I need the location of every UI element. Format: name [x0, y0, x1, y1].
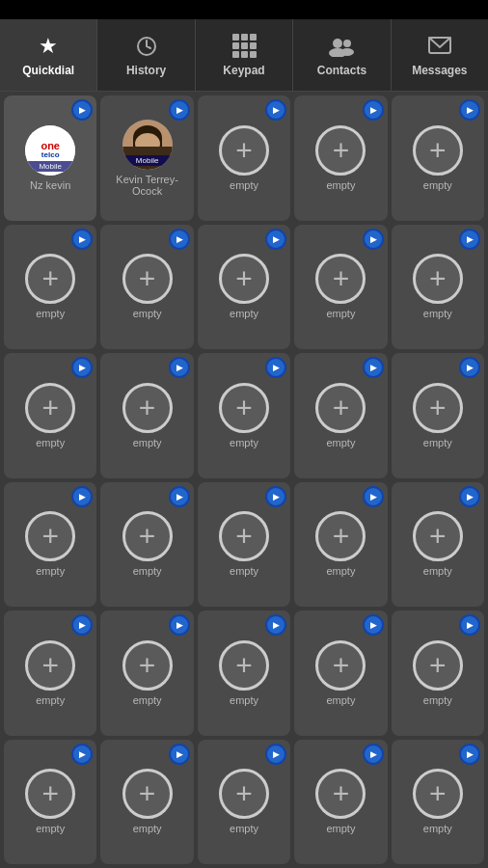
quickdial-cell-empty-1-5[interactable]: empty [392, 95, 484, 221]
keypad-icon [231, 34, 257, 59]
label-4-2: empty [133, 565, 162, 577]
label-5-2: empty [133, 694, 162, 706]
quickdial-cell-empty-5-4[interactable]: empty [294, 610, 387, 736]
star-icon: ★ [36, 34, 61, 59]
label-3-1: empty [36, 437, 65, 448]
tab-keypad-label: Keypad [223, 64, 264, 77]
tab-contacts[interactable]: Contacts [293, 19, 391, 91]
grid-row-3: empty empty empty empty empty [4, 353, 484, 478]
quickdial-cell-empty-1-3[interactable]: empty [198, 95, 290, 221]
quickdial-cell-empty-6-3[interactable]: empty [198, 740, 290, 865]
grid-row-6: empty empty empty empty empty [4, 740, 484, 865]
arrow-2-3 [265, 229, 286, 250]
quickdial-cell-empty-2-1[interactable]: empty [4, 225, 96, 350]
quickdial-cell-empty-5-3[interactable]: empty [198, 610, 290, 736]
label-4-5: empty [423, 565, 452, 577]
quickdial-cell-empty-3-3[interactable]: empty [198, 353, 290, 478]
arrow-3-2 [169, 357, 190, 378]
quickdial-cell-empty-3-1[interactable]: empty [4, 353, 96, 478]
quickdial-cell-empty-5-1[interactable]: empty [4, 610, 96, 736]
quickdial-cell-nz-kevin[interactable]: one telco Mobile Nz kevin [4, 95, 96, 221]
arrow-4-1 [71, 486, 93, 507]
label-6-2: empty [133, 823, 162, 834]
quickdial-cell-empty-2-5[interactable]: empty [392, 225, 484, 350]
quickdial-cell-empty-4-5[interactable]: empty [392, 482, 484, 608]
tab-history-label: History [126, 64, 166, 77]
label-2-3: empty [230, 308, 258, 319]
add-5-4 [315, 640, 366, 691]
quickdial-cell-empty-5-5[interactable]: empty [392, 610, 484, 736]
arrow-6-1 [71, 744, 93, 765]
add-contact-button-1-5 [413, 125, 463, 176]
tab-messages-label: Messages [412, 64, 467, 77]
grid-row-1: one telco Mobile Nz kevin Mobile [4, 95, 484, 221]
arrow-5-1 [71, 614, 93, 636]
quickdial-cell-empty-4-1[interactable]: empty [4, 482, 96, 608]
label-4-1: empty [36, 565, 65, 577]
history-icon [134, 34, 159, 59]
arrow-5-5 [459, 614, 480, 636]
tab-contacts-label: Contacts [317, 64, 366, 77]
quickdial-cell-empty-6-5[interactable]: empty [392, 740, 484, 865]
quickdial-cell-empty-6-2[interactable]: empty [100, 740, 193, 865]
label-2-5: empty [423, 308, 452, 319]
quickdial-cell-kevin-terrey[interactable]: Mobile Kevin Terrey-Ocock [100, 95, 193, 221]
add-contact-button-1-4 [315, 125, 366, 176]
grid-row-5: empty empty empty empty empty [4, 610, 484, 736]
arrow-5-2 [169, 614, 190, 636]
arrow-1-3 [265, 99, 286, 121]
nz-kevin-label: Nz kevin [30, 179, 70, 191]
label-3-2: empty [133, 437, 162, 448]
quickdial-cell-empty-2-4[interactable]: empty [294, 225, 387, 350]
add-5-3 [219, 640, 269, 691]
quickdial-cell-empty-5-2[interactable]: empty [100, 610, 193, 736]
quickdial-cell-empty-1-4[interactable]: empty [294, 95, 387, 221]
add-5-2 [122, 640, 173, 691]
label-3-5: empty [423, 437, 452, 448]
quickdial-cell-empty-4-4[interactable]: empty [294, 482, 387, 608]
tab-history[interactable]: History [97, 19, 195, 91]
quickdial-cell-empty-3-4[interactable]: empty [294, 353, 387, 478]
arrow-6-4 [363, 744, 384, 765]
arrow-5-4 [363, 614, 384, 636]
label-5-1: empty [36, 694, 65, 706]
label-4-3: empty [230, 565, 258, 577]
label-3-3: empty [230, 437, 258, 448]
quickdial-cell-empty-2-3[interactable]: empty [198, 225, 290, 350]
tab-messages[interactable]: Messages [392, 19, 488, 91]
arrow-2-2 [169, 229, 190, 250]
add-6-3 [219, 769, 269, 819]
quickdial-cell-empty-4-2[interactable]: empty [100, 482, 193, 608]
add-2-3 [219, 254, 269, 304]
add-2-2 [122, 254, 173, 304]
nav-tabs: ★ Quickdial History Keypad [0, 19, 488, 92]
label-5-4: empty [326, 694, 355, 706]
add-3-3 [219, 383, 269, 433]
quickdial-cell-empty-3-5[interactable]: empty [392, 353, 484, 478]
add-2-1 [25, 254, 75, 304]
svg-point-4 [340, 48, 354, 56]
add-6-4 [315, 769, 366, 819]
svg-point-1 [333, 39, 342, 48]
tab-keypad[interactable]: Keypad [196, 19, 293, 91]
add-5-1 [25, 640, 75, 691]
quickdial-cell-empty-3-2[interactable]: empty [100, 353, 193, 478]
add-6-5 [413, 769, 463, 819]
arrow-4-5 [459, 486, 480, 507]
add-4-4 [315, 511, 366, 561]
add-3-2 [122, 383, 173, 433]
nz-kevin-sublabel: Mobile [25, 161, 75, 172]
add-4-1 [25, 511, 75, 561]
tab-quickdial-label: Quickdial [22, 64, 74, 77]
arrow-2-4 [363, 229, 384, 250]
tab-quickdial[interactable]: ★ Quickdial [0, 19, 97, 91]
quickdial-cell-empty-6-4[interactable]: empty [294, 740, 387, 865]
label-4-4: empty [326, 565, 355, 577]
quickdial-cell-empty-4-3[interactable]: empty [198, 482, 290, 608]
quickdial-cell-empty-2-2[interactable]: empty [100, 225, 193, 350]
nz-kevin-arrow [71, 99, 93, 121]
quickdial-cell-empty-6-1[interactable]: empty [4, 740, 96, 865]
svg-point-2 [343, 40, 351, 47]
label-2-1: empty [36, 308, 65, 319]
label-5-5: empty [423, 694, 452, 706]
